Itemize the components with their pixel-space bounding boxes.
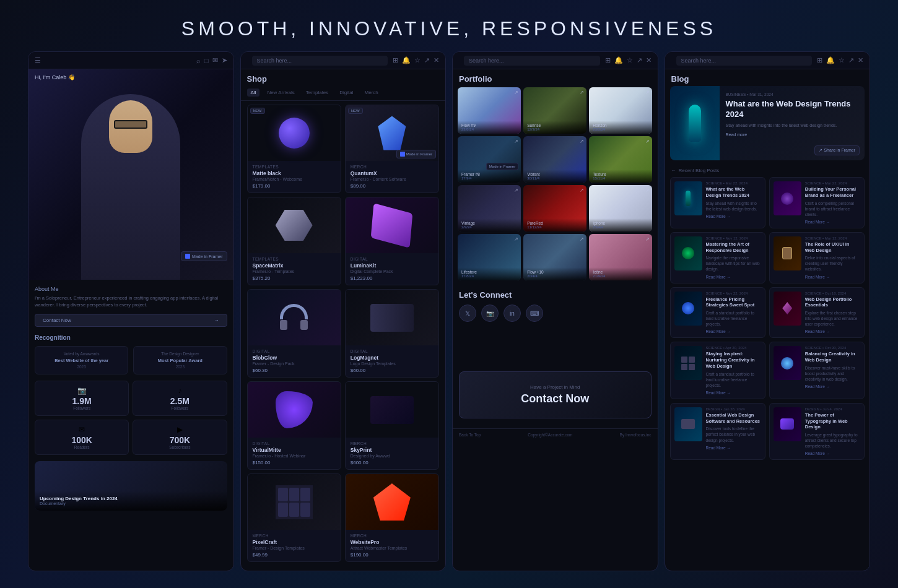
portfolio-item-5[interactable]: ↗ Vibrant30/11/4: [523, 136, 586, 183]
bell-icon[interactable]: 🔔: [402, 56, 411, 64]
expand-icon-5[interactable]: ↗: [580, 139, 584, 144]
post2-read[interactable]: Read More →: [805, 220, 860, 224]
portfolio-item-2[interactable]: ↗ Sunrise12/3/24: [523, 87, 586, 134]
send-icon[interactable]: ➤: [222, 56, 227, 64]
shop-item-8[interactable]: MERCH SkyPrint Designed by Awwwd $600.00: [345, 381, 439, 470]
portfolio-item-6[interactable]: ↗ Texture15/11/4: [589, 136, 652, 183]
contact-button[interactable]: Contact Now →: [35, 314, 227, 327]
expand-icon-1[interactable]: ↗: [514, 90, 518, 95]
blog-post-9[interactable]: DESIGN • Jan 28, 2024 Essential Web Desi…: [670, 403, 765, 460]
share4-icon[interactable]: ↗: [848, 56, 854, 64]
post5-content: SCIENCE • Nov 22, 2024 Freelance Pricing…: [706, 292, 761, 334]
grid3-icon[interactable]: ⊞: [817, 56, 822, 64]
notification-icon[interactable]: □: [204, 57, 209, 64]
expand-icon-7[interactable]: ↗: [514, 188, 518, 193]
bookmark2-icon[interactable]: ☆: [627, 56, 633, 64]
linkedin-social[interactable]: in: [503, 305, 521, 322]
read-more-hero[interactable]: Read more: [726, 132, 859, 137]
post5-read[interactable]: Read More →: [706, 329, 761, 334]
blog-post-3[interactable]: SCIENCE • Nov 12, 2024 Mastering the Art…: [670, 232, 765, 283]
share3-icon[interactable]: ↗: [637, 56, 642, 64]
blog-post-4[interactable]: SCIENCE • Mar 12, 2024 The Role of UX/UI…: [769, 232, 865, 283]
blog-post-1[interactable]: SCIENCE • Mar 22, 2024 What are the Web …: [670, 177, 765, 228]
blog-post-2[interactable]: SCIENCE • Mar 22, 2024 Building Your Per…: [769, 177, 865, 228]
bell2-icon[interactable]: 🔔: [614, 56, 623, 64]
shop-item-3[interactable]: TEMPLATES SpaceMatrix Framer.io - Templa…: [247, 197, 341, 285]
instagram-social[interactable]: 📷: [481, 305, 499, 322]
blog-post-7[interactable]: SCIENCE • Apr 20, 2024 Staying Inspired:…: [670, 342, 765, 399]
post1-read[interactable]: Read More →: [706, 214, 761, 218]
search-icon[interactable]: ⌕: [196, 57, 201, 64]
expand-icon-3[interactable]: ↗: [645, 90, 650, 95]
search-bar-3[interactable]: Search here...: [464, 56, 600, 66]
portfolio-item-3[interactable]: ↗ Horizon23/5/24: [589, 87, 652, 134]
expand-icon-10[interactable]: ↗: [514, 236, 518, 242]
tab-all[interactable]: All: [247, 89, 260, 97]
shop-item-10[interactable]: MERCH WebsitePro Attract Webmaster Templ…: [345, 473, 439, 562]
post9-read[interactable]: Read More →: [706, 446, 761, 450]
blog-post-5[interactable]: SCIENCE • Nov 22, 2024 Freelance Pricing…: [670, 287, 765, 339]
search-bar[interactable]: Search here...: [252, 56, 388, 66]
portfolio-item-7[interactable]: ↗ Vintage2/9/24: [458, 185, 521, 231]
item5-desc: Framer - Design Pack: [253, 361, 336, 366]
grid-icon[interactable]: ⊞: [393, 56, 398, 64]
shop-item-6[interactable]: DIGITAL LogMagnet Logo Design Templates …: [345, 289, 439, 378]
expand-icon-4[interactable]: ↗: [514, 139, 518, 144]
expand-icon-2[interactable]: ↗: [580, 90, 584, 95]
bookmark3-icon[interactable]: ☆: [839, 56, 845, 64]
shop-item-4[interactable]: DIGITAL LuminaKit Digital Complete Pack …: [345, 197, 439, 285]
tab-merch[interactable]: Merch: [361, 89, 382, 97]
post6-read[interactable]: Read More →: [805, 329, 860, 334]
item1-price: $179.00: [253, 183, 336, 189]
item3-desc: Framer.io - Templates: [253, 269, 336, 274]
expand-icon-6[interactable]: ↗: [645, 139, 650, 144]
grid2-icon[interactable]: ⊞: [605, 56, 611, 64]
shop-item-5[interactable]: DIGITAL BlobGlow Framer - Design Pack $6…: [247, 289, 341, 378]
menu-icon[interactable]: ☰: [35, 56, 41, 64]
bell3-icon[interactable]: 🔔: [826, 56, 835, 64]
tab-digital[interactable]: Digital: [336, 89, 357, 97]
cta-title[interactable]: Contact Now: [472, 392, 639, 405]
blog-post-8[interactable]: SCIENCE • Oct 30, 2024 Balancing Creativ…: [769, 342, 865, 399]
post4-read[interactable]: Read More →: [805, 275, 860, 279]
shop-item-1[interactable]: NEW TEMPLATES Matte black Framer/Notch -…: [247, 105, 341, 193]
close3-icon[interactable]: ✕: [858, 56, 863, 64]
shop-item-2[interactable]: NEW Made in Framer MERCH QuantumX Framer…: [345, 105, 439, 193]
portfolio-item-8[interactable]: ↗ PureRed11/12/24: [523, 185, 586, 231]
twitter-social[interactable]: 𝕏: [459, 305, 476, 322]
portfolio-item-1[interactable]: ↗ Flow #923/8/24: [458, 87, 521, 134]
blog-post-10[interactable]: DESIGN • Jun 4, 2024 The Power of Typogr…: [769, 403, 865, 460]
share-framer-button[interactable]: ↗ Share in Framer: [814, 145, 860, 155]
footer-back[interactable]: Back To Top: [459, 433, 481, 437]
portfolio-item-4[interactable]: ↗ Made in Framer Framer #817/9/4: [458, 136, 521, 183]
recognition-title: Recognition: [35, 334, 227, 341]
tab-new-arrivals[interactable]: New Arrivals: [263, 89, 298, 97]
mail-icon[interactable]: ✉: [212, 56, 218, 64]
close-icon[interactable]: ✕: [434, 56, 439, 64]
shop-item-7[interactable]: DIGITAL VirtualMitte Framer.io - Hosted …: [247, 381, 341, 470]
share2-icon[interactable]: ↗: [424, 56, 430, 64]
post8-read[interactable]: Read More →: [805, 384, 860, 389]
bookmark-icon[interactable]: ☆: [414, 56, 421, 64]
video-card[interactable]: Upcoming Design Trends in 2024 Documenta…: [35, 461, 227, 511]
portfolio-item-10[interactable]: ↗ Lifestore17/8/24: [458, 234, 521, 280]
blog-post-6[interactable]: SCIENCE • Oct 18, 2024 Web Design Portfo…: [769, 287, 865, 339]
post7-read[interactable]: Read More →: [706, 391, 761, 395]
portfolio-item-9[interactable]: ↗ Iphone23/4/4: [589, 185, 652, 231]
post10-read[interactable]: Read More →: [805, 451, 860, 456]
item7-desc: Framer.io - Hosted Webinar: [253, 454, 336, 458]
item4-category: DIGITAL: [351, 257, 434, 261]
shop-item-9[interactable]: MERCH PixelCraft Framer - Design Templat…: [247, 473, 341, 562]
close2-icon[interactable]: ✕: [646, 56, 652, 64]
expand-icon-12[interactable]: ↗: [645, 236, 650, 242]
post3-read[interactable]: Read More →: [706, 275, 761, 279]
github-social[interactable]: ⌨: [526, 305, 543, 322]
portfolio-grid-title: Portfolio: [453, 69, 658, 87]
expand-icon-8[interactable]: ↗: [580, 188, 584, 193]
portfolio-item-12[interactable]: ↗ Icône21/9/24: [589, 234, 652, 280]
expand-icon-11[interactable]: ↗: [580, 236, 584, 242]
search-bar-4[interactable]: Search here...: [676, 56, 813, 66]
expand-icon-9[interactable]: ↗: [645, 188, 650, 193]
tab-templates[interactable]: Templates: [302, 89, 332, 97]
portfolio-item-11[interactable]: ↗ Flow +1020/4/4: [523, 234, 586, 280]
